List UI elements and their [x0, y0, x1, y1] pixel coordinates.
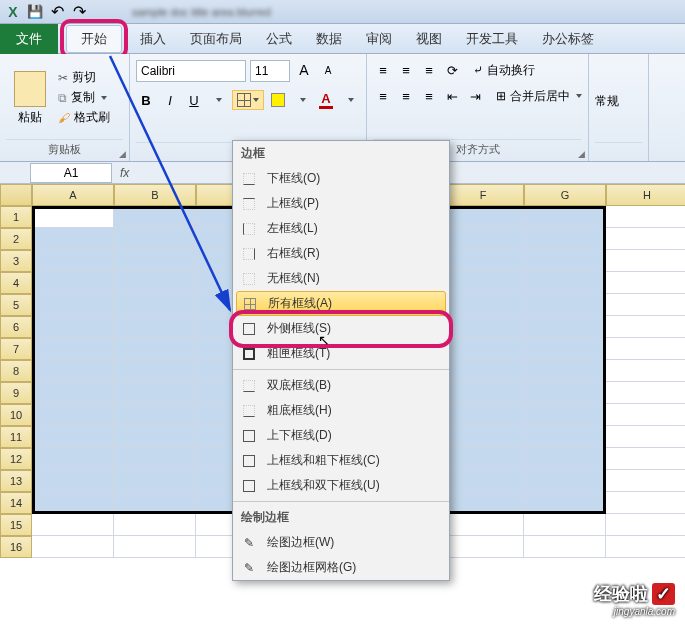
- cell[interactable]: [32, 426, 114, 448]
- cell[interactable]: [32, 382, 114, 404]
- font-size-select[interactable]: [250, 60, 290, 82]
- cell[interactable]: [114, 514, 196, 536]
- cell[interactable]: [606, 404, 685, 426]
- cell[interactable]: [442, 536, 524, 558]
- select-all-corner[interactable]: [0, 184, 32, 206]
- borders-button[interactable]: [232, 90, 264, 110]
- tab-insert[interactable]: 插入: [128, 26, 178, 52]
- border-menu-item[interactable]: 左框线(L): [233, 216, 449, 241]
- cell[interactable]: [606, 272, 685, 294]
- cell[interactable]: [606, 514, 685, 536]
- cell[interactable]: [606, 360, 685, 382]
- cell[interactable]: [32, 250, 114, 272]
- cell[interactable]: [442, 382, 524, 404]
- tab-data[interactable]: 数据: [304, 26, 354, 52]
- border-menu-item[interactable]: 上下框线(D): [233, 423, 449, 448]
- cell[interactable]: [442, 272, 524, 294]
- cell[interactable]: [606, 250, 685, 272]
- row-header[interactable]: 13: [0, 470, 32, 492]
- cell[interactable]: [114, 360, 196, 382]
- cell[interactable]: [114, 338, 196, 360]
- cell[interactable]: [32, 470, 114, 492]
- row-header[interactable]: 14: [0, 492, 32, 514]
- cell[interactable]: [524, 228, 606, 250]
- cell[interactable]: [32, 404, 114, 426]
- redo-icon[interactable]: ↷: [70, 3, 88, 21]
- undo-icon[interactable]: ↶: [48, 3, 66, 21]
- cell[interactable]: [524, 382, 606, 404]
- cell[interactable]: [606, 536, 685, 558]
- cell[interactable]: [32, 338, 114, 360]
- cell[interactable]: [524, 426, 606, 448]
- row-header[interactable]: 11: [0, 426, 32, 448]
- border-menu-item[interactable]: 下框线(O): [233, 166, 449, 191]
- copy-button[interactable]: ⧉复制: [58, 89, 110, 106]
- dialog-launcher-icon[interactable]: ◢: [578, 149, 585, 159]
- shrink-font-button[interactable]: A: [318, 60, 338, 80]
- cell[interactable]: [524, 294, 606, 316]
- cell[interactable]: [114, 228, 196, 250]
- cell[interactable]: [524, 404, 606, 426]
- save-icon[interactable]: 💾: [26, 3, 44, 21]
- orientation-button[interactable]: ⟳: [442, 60, 462, 80]
- cell[interactable]: [524, 206, 606, 228]
- border-menu-item[interactable]: 上框线和粗下框线(C): [233, 448, 449, 473]
- cell[interactable]: [442, 514, 524, 536]
- tab-office[interactable]: 办公标签: [530, 26, 606, 52]
- column-header[interactable]: A: [32, 184, 114, 206]
- cell[interactable]: [606, 338, 685, 360]
- cell[interactable]: [442, 206, 524, 228]
- cell[interactable]: [442, 492, 524, 514]
- row-header[interactable]: 10: [0, 404, 32, 426]
- cell[interactable]: [606, 470, 685, 492]
- tab-layout[interactable]: 页面布局: [178, 26, 254, 52]
- row-header[interactable]: 3: [0, 250, 32, 272]
- tab-home[interactable]: 开始: [66, 25, 122, 53]
- align-bottom-button[interactable]: ≡: [419, 60, 439, 80]
- dialog-launcher-icon[interactable]: ◢: [119, 149, 126, 159]
- indent-increase-button[interactable]: ⇥: [465, 86, 485, 106]
- cell[interactable]: [114, 294, 196, 316]
- cell[interactable]: [32, 492, 114, 514]
- cell[interactable]: [114, 470, 196, 492]
- bold-button[interactable]: B: [136, 90, 156, 110]
- fill-color-button[interactable]: [268, 90, 288, 110]
- cell[interactable]: [32, 514, 114, 536]
- cell[interactable]: [32, 272, 114, 294]
- cell[interactable]: [114, 382, 196, 404]
- cell[interactable]: [606, 426, 685, 448]
- cell[interactable]: [524, 338, 606, 360]
- cell[interactable]: [442, 470, 524, 492]
- paste-button[interactable]: 粘贴: [6, 69, 54, 126]
- row-header[interactable]: 8: [0, 360, 32, 382]
- cell[interactable]: [606, 228, 685, 250]
- cell[interactable]: [442, 338, 524, 360]
- border-menu-item[interactable]: 右框线(R): [233, 241, 449, 266]
- cell[interactable]: [114, 492, 196, 514]
- cell[interactable]: [524, 250, 606, 272]
- cell[interactable]: [32, 448, 114, 470]
- cell[interactable]: [32, 228, 114, 250]
- cell[interactable]: [606, 382, 685, 404]
- cell[interactable]: [114, 448, 196, 470]
- cell[interactable]: [442, 228, 524, 250]
- cell[interactable]: [606, 492, 685, 514]
- align-top-button[interactable]: ≡: [373, 60, 393, 80]
- cell[interactable]: [606, 294, 685, 316]
- cell[interactable]: [524, 360, 606, 382]
- row-header[interactable]: 2: [0, 228, 32, 250]
- row-header[interactable]: 6: [0, 316, 32, 338]
- fx-icon[interactable]: fx: [120, 166, 129, 180]
- align-middle-button[interactable]: ≡: [396, 60, 416, 80]
- border-menu-item[interactable]: ✎绘图边框网格(G): [233, 555, 449, 580]
- wrap-text-button[interactable]: ⤶自动换行: [473, 60, 535, 80]
- cell[interactable]: [524, 272, 606, 294]
- column-header[interactable]: F: [442, 184, 524, 206]
- cell[interactable]: [32, 294, 114, 316]
- cell[interactable]: [442, 360, 524, 382]
- cell[interactable]: [442, 448, 524, 470]
- cell[interactable]: [442, 250, 524, 272]
- border-menu-item[interactable]: 上框线和双下框线(U): [233, 473, 449, 498]
- italic-button[interactable]: I: [160, 90, 180, 110]
- cell[interactable]: [606, 316, 685, 338]
